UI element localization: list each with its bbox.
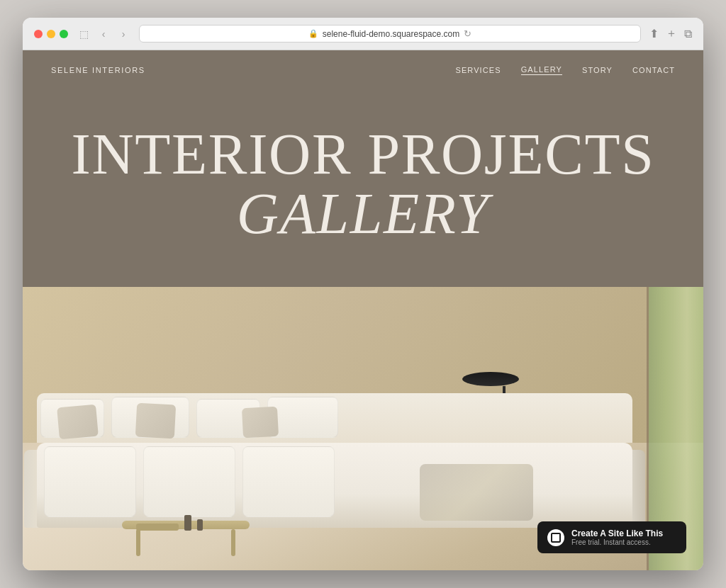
nav-services[interactable]: SERVICES [455, 66, 501, 74]
lock-icon: 🔒 [308, 29, 318, 38]
throw-blanket [420, 464, 533, 521]
site-header: SELENE INTERIORS SERVICES GALLERY STORY … [23, 50, 703, 90]
table-items [136, 515, 203, 531]
lamp-shade [462, 372, 519, 386]
sofa-back [37, 393, 632, 443]
squarespace-icon-inner [551, 533, 561, 543]
hero-section: INTERIOR PROJECTS GALLERY [23, 90, 703, 287]
hero-title-line2: GALLERY [51, 183, 675, 244]
site-nav: SERVICES GALLERY STORY CONTACT [455, 65, 675, 75]
candle-small [197, 519, 203, 531]
new-tab-icon[interactable]: ＋ [666, 26, 677, 41]
address-bar[interactable]: 🔒 selene-fluid-demo.squarespace.com ↻ [139, 25, 641, 43]
browser-nav: ⬚ ‹ › [77, 27, 130, 41]
seat-cushion-3 [242, 446, 335, 517]
pillow-3 [242, 407, 279, 439]
table-leg-2 [231, 529, 235, 556]
site-logo: SELENE INTERIORS [51, 66, 145, 74]
back-arrow-button[interactable]: ‹ [96, 27, 111, 41]
gallery-image: Create A Site Like This Free trial. Inst… [23, 287, 703, 570]
minimize-button[interactable] [47, 30, 55, 38]
share-icon[interactable]: ⬆ [649, 27, 659, 40]
browser-actions: ⬆ ＋ ⧉ [649, 26, 692, 41]
url-text: selene-fluid-demo.squarespace.com [323, 29, 459, 39]
nav-story[interactable]: STORY [582, 66, 613, 74]
squarespace-icon [547, 529, 564, 546]
table-leg-1 [136, 529, 140, 556]
forward-arrow-button[interactable]: › [116, 27, 130, 41]
badge-title: Create A Site Like This [571, 528, 663, 538]
nav-contact[interactable]: CONTACT [632, 66, 675, 74]
browser-window: ⬚ ‹ › 🔒 selene-fluid-demo.squarespace.co… [23, 18, 703, 570]
badge-subtitle: Free trial. Instant access. [571, 538, 663, 546]
nav-gallery[interactable]: GALLERY [521, 65, 562, 75]
traffic-lights [34, 30, 68, 38]
maximize-button[interactable] [60, 30, 68, 38]
back-button[interactable]: ⬚ [77, 27, 91, 41]
refresh-button[interactable]: ↻ [464, 28, 471, 39]
browser-chrome: ⬚ ‹ › 🔒 selene-fluid-demo.squarespace.co… [23, 18, 703, 50]
website-content: SELENE INTERIORS SERVICES GALLERY STORY … [23, 50, 703, 570]
coffee-table [122, 521, 250, 556]
pillow-2 [135, 403, 176, 439]
tray [136, 524, 179, 531]
candle-large [184, 515, 191, 531]
seat-cushion-2 [143, 446, 235, 517]
gallery-section: Create A Site Like This Free trial. Inst… [23, 287, 703, 570]
seat-cushion-1 [44, 446, 136, 517]
pillow-1 [57, 405, 99, 440]
squarespace-badge[interactable]: Create A Site Like This Free trial. Inst… [537, 521, 686, 553]
hero-title-line1: INTERIOR PROJECTS [51, 125, 675, 183]
tabs-icon[interactable]: ⧉ [684, 28, 692, 40]
badge-text: Create A Site Like This Free trial. Inst… [571, 528, 663, 546]
close-button[interactable] [34, 30, 43, 38]
sofa [37, 443, 632, 528]
sofa-body [37, 443, 632, 528]
